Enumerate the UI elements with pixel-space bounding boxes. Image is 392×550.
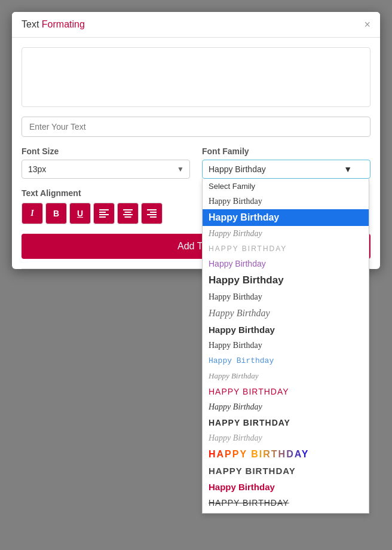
list-item[interactable]: HAPPY BIRTHDAY	[203, 495, 369, 511]
font-option-header[interactable]: Select Family	[203, 179, 369, 194]
list-item[interactable]: Happy Birthday	[203, 256, 369, 271]
list-item[interactable]: Happy Birthday	[203, 322, 369, 338]
dialog-header: Text Formating ×	[12, 12, 380, 38]
list-item[interactable]: HAPPY BIRTHDAY	[203, 384, 369, 399]
svg-rect-0	[99, 209, 109, 210]
svg-rect-8	[147, 209, 157, 210]
controls-row: Font Size 10px 11px 12px 13px 14px 16px …	[22, 146, 370, 179]
list-item[interactable]: Happy Birthday	[203, 399, 369, 415]
list-item[interactable]: Happy Birthday	[203, 353, 369, 368]
font-family-display[interactable]: Happy Birthday ▼	[202, 160, 370, 179]
svg-rect-3	[99, 216, 106, 218]
italic-button[interactable]: I	[22, 203, 43, 224]
list-item[interactable]: Happy Birthday	[203, 368, 369, 384]
list-item[interactable]: HAPPY BIRTHDAY	[203, 446, 369, 463]
list-item[interactable]: Happy Birthday	[203, 242, 369, 256]
svg-rect-1	[99, 212, 106, 213]
svg-rect-5	[125, 212, 131, 213]
font-family-arrow-icon: ▼	[344, 164, 352, 174]
dialog-title-highlight: Formating	[42, 19, 85, 29]
align-right-button[interactable]	[141, 203, 163, 224]
list-item[interactable]: Happy Birthday	[203, 479, 369, 495]
list-item[interactable]: Happy Birthday	[203, 209, 369, 226]
list-item[interactable]: Happy Birthday	[203, 194, 369, 209]
text-input[interactable]	[22, 117, 370, 137]
preview-area	[22, 47, 370, 107]
list-item[interactable]: Happy Birthday	[203, 338, 369, 353]
font-family-dropdown[interactable]: Select Family Happy Birthday Happy Birth…	[202, 179, 369, 514]
align-left-button[interactable]	[93, 203, 115, 224]
svg-rect-7	[125, 216, 131, 218]
list-item[interactable]: HAPPY BIRTHDAY	[203, 463, 369, 479]
list-item[interactable]: Happy Birthday	[203, 305, 369, 322]
text-formatting-dialog: Text Formating × Font Size 10px 11px 12p…	[12, 12, 380, 269]
list-item[interactable]: Happy Birthday	[203, 511, 369, 514]
dialog-title: Text Formating	[22, 19, 85, 30]
list-item[interactable]: Happy Birthday	[203, 430, 369, 446]
close-button[interactable]: ×	[364, 19, 370, 30]
list-item[interactable]: HAPPY BIRTHDAY	[203, 415, 369, 430]
font-family-group: Font Family Happy Birthday ▼ Select Fami…	[202, 146, 370, 179]
svg-rect-10	[147, 214, 157, 215]
dialog-title-plain: Text	[22, 19, 42, 29]
align-center-button[interactable]	[117, 203, 139, 224]
svg-rect-9	[150, 212, 157, 213]
list-item[interactable]: Happy Birthday	[203, 271, 369, 289]
text-input-row	[22, 117, 370, 137]
list-item[interactable]: Happy Birthday	[203, 226, 369, 242]
svg-rect-6	[123, 214, 133, 215]
font-size-select-wrapper: 10px 11px 12px 13px 14px 16px 18px 20px …	[22, 160, 190, 179]
bold-button[interactable]: B	[45, 203, 67, 224]
font-family-selected-value: Happy Birthday	[209, 164, 266, 174]
font-size-select[interactable]: 10px 11px 12px 13px 14px 16px 18px 20px	[22, 160, 190, 179]
list-item[interactable]: Happy Birthday	[203, 289, 369, 305]
font-family-label: Font Family	[202, 146, 370, 156]
font-size-label: Font Size	[22, 146, 190, 156]
font-size-group: Font Size 10px 11px 12px 13px 14px 16px …	[22, 146, 190, 179]
underline-button[interactable]: U	[69, 203, 91, 224]
svg-rect-2	[99, 214, 109, 215]
svg-rect-11	[150, 216, 157, 218]
svg-rect-4	[123, 209, 133, 210]
